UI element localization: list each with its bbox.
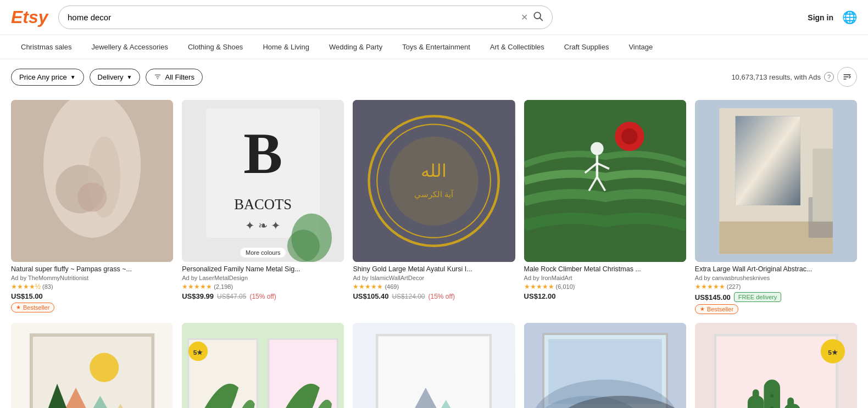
review-count-abstract: (227) — [727, 283, 741, 290]
product-stars-metal-sign: ★★★★★ (2,198) — [182, 283, 344, 290]
search-input[interactable] — [68, 13, 516, 22]
product-stars-pampas: ★★★★½ (83) — [11, 283, 173, 290]
badge-label-pampas: Bestseller — [23, 304, 49, 311]
product-title-metal-sign: Personalized Family Name Metal Sig... — [182, 265, 344, 273]
svg-text:5★: 5★ — [193, 348, 203, 356]
price-filter-button[interactable]: Price Any price ▼ — [11, 69, 84, 86]
price-climber: US$12.00 — [524, 292, 556, 300]
delivery-filter-button[interactable]: Delivery ▼ — [90, 69, 141, 86]
nav-item-wedding[interactable]: Wedding & Party — [319, 35, 392, 59]
price-abstract: US$145.00 — [695, 293, 731, 301]
product-title-ayatul: Shiny Gold Large Metal Ayatul Kursi I... — [353, 265, 515, 273]
sort-button[interactable] — [837, 67, 857, 87]
product-card-pampas[interactable]: Natural super fluffy ~ Pampas grass ~...… — [11, 100, 173, 314]
sign-in-button[interactable]: Sign in — [808, 13, 833, 22]
svg-point-19 — [287, 230, 320, 262]
product-card-geometric[interactable]: Wall art Geometric print, Minimalist ... — [353, 323, 515, 408]
nav-item-vintage[interactable]: Vintage — [619, 35, 663, 59]
nav-item-toys[interactable]: Toys & Entertainment — [392, 35, 480, 59]
product-card-metal-sign[interactable]: B BACOTS ✦ ❧ ✦ More colours Personalized… — [182, 100, 344, 314]
discount-ayatul: (15% off) — [429, 293, 455, 300]
product-card-ayatul[interactable]: الله آية الكرسي Shiny Gold Large Metal A… — [353, 100, 515, 314]
nav-item-jewellery[interactable]: Jewellery & Accessories — [81, 35, 177, 59]
price-row-abstract: US$145.00 FREE delivery — [695, 292, 857, 302]
svg-rect-82 — [753, 389, 759, 406]
product-info-climber: Male Rock Climber Metal Christmas ... Ad… — [524, 262, 686, 300]
price-row-pampas: US$15.00 — [11, 292, 173, 300]
filter-icon — [154, 73, 162, 81]
results-count: 10,673,713 results, with Ads — [731, 73, 821, 81]
product-info-ayatul: Shiny Gold Large Metal Ayatul Kursi I...… — [353, 262, 515, 300]
product-card-banana[interactable]: 5★ Banana Leaves Prints Green Leaves ... — [182, 323, 344, 408]
nav-item-home[interactable]: Home & Living — [253, 35, 319, 59]
results-info: 10,673,713 results, with Ads ? — [731, 67, 857, 87]
product-stars-climber: ★★★★★ (6,010) — [524, 283, 686, 290]
discount-metal-sign: (15% off) — [249, 293, 276, 300]
review-count-climber: (6,010) — [556, 283, 575, 290]
svg-rect-38 — [736, 116, 800, 205]
clear-icon[interactable]: ✕ — [521, 12, 528, 23]
review-count-pampas: (83) — [42, 283, 53, 290]
svg-text:B: B — [243, 121, 282, 186]
help-icon[interactable]: ? — [824, 72, 834, 82]
svg-text:آية الكرسي: آية الكرسي — [415, 189, 454, 199]
review-count-metal-sign: (2,198) — [214, 283, 233, 290]
price-metal-sign: US$39.99 — [182, 292, 214, 300]
svg-text:BACOTS: BACOTS — [234, 196, 292, 213]
nav: Christmas sales Jewellery & Accessories … — [0, 35, 868, 59]
svg-point-23 — [390, 136, 478, 225]
product-image-geometric — [353, 323, 515, 408]
nav-item-clothing[interactable]: Clothing & Shoes — [178, 35, 253, 59]
star-icons-metal-sign: ★★★★★ — [182, 283, 212, 290]
price-row-ayatul: US$105.40 US$124.00 (15% off) — [353, 292, 515, 300]
svg-point-28 — [621, 128, 638, 145]
nav-item-art[interactable]: Art & Collectibles — [480, 35, 554, 59]
bestseller-badge-pampas: ★ Bestseller — [11, 303, 54, 312]
badge-star-icon: ★ — [16, 304, 21, 310]
price-filter-label: Price Any price — [19, 73, 67, 81]
svg-point-85 — [770, 394, 774, 398]
product-title-pampas: Natural super fluffy ~ Pampas grass ~... — [11, 265, 173, 273]
nav-item-christmas[interactable]: Christmas sales — [11, 35, 81, 59]
all-filters-button[interactable]: All Filters — [146, 69, 202, 86]
badge-star-icon-abstract: ★ — [700, 306, 705, 312]
product-ad-pampas: Ad by TheMommyNutritionist — [11, 275, 173, 281]
product-image-climber — [524, 100, 686, 262]
product-info-pampas: Natural super fluffy ~ Pampas grass ~...… — [11, 262, 173, 312]
badge-label-abstract: Bestseller — [707, 306, 733, 312]
product-image-ayatul: الله آية الكرسي — [353, 100, 515, 262]
product-title-climber: Male Rock Climber Metal Christmas ... — [524, 265, 686, 273]
product-image-banana: 5★ — [182, 323, 344, 408]
product-card-abstract[interactable]: Extra Large Wall Art-Original Abstrac...… — [695, 100, 857, 314]
etsy-logo[interactable]: Etsy — [11, 7, 49, 27]
product-ad-metal-sign: Ad by LaserMetalDesign — [182, 275, 344, 281]
price-row-climber: US$12.00 — [524, 292, 686, 300]
bestseller-badge-abstract: ★ Bestseller — [695, 304, 738, 314]
product-stars-abstract: ★★★★★ (227) — [695, 283, 857, 290]
star-icons-pampas: ★★★★½ — [11, 283, 41, 290]
all-filters-label: All Filters — [165, 73, 194, 81]
product-card-navy[interactable]: Abstract Blue Wall Art, Navy Blue Wa... — [524, 323, 686, 408]
header: Etsy ✕ Sign in 🌐 — [0, 0, 868, 35]
product-card-scandi[interactable]: Scandinavian print Abstract art Mini... — [11, 323, 173, 408]
product-ad-climber: Ad by IronMaidArt — [524, 275, 686, 281]
delivery-filter-label: Delivery — [98, 73, 124, 81]
product-stars-ayatul: ★★★★★ (469) — [353, 283, 515, 290]
svg-point-12 — [77, 183, 107, 212]
product-image-scandi — [11, 323, 173, 408]
product-card-cactus[interactable]: 5★ Succulent Print Cactus Wall Art Print… — [695, 323, 857, 408]
product-image-metal-sign: B BACOTS ✦ ❧ ✦ More colours — [182, 100, 344, 262]
product-card-climber[interactable]: Male Rock Climber Metal Christmas ... Ad… — [524, 100, 686, 314]
globe-icon[interactable]: 🌐 — [842, 10, 857, 25]
more-colours-label: More colours — [240, 248, 286, 258]
nav-item-craft[interactable]: Craft Supplies — [554, 35, 619, 59]
search-icon[interactable] — [532, 10, 543, 24]
price-row-metal-sign: US$39.99 US$47.05 (15% off) — [182, 292, 344, 300]
review-count-ayatul: (469) — [385, 283, 399, 290]
header-right: Sign in 🌐 — [808, 10, 857, 25]
search-bar: ✕ — [58, 5, 553, 29]
product-grid: Natural super fluffy ~ Pampas grass ~...… — [0, 94, 868, 408]
product-info-metal-sign: Personalized Family Name Metal Sig... Ad… — [182, 262, 344, 300]
price-dropdown-icon: ▼ — [70, 74, 76, 80]
product-ad-abstract: Ad by canvasbrushesknives — [695, 275, 857, 281]
